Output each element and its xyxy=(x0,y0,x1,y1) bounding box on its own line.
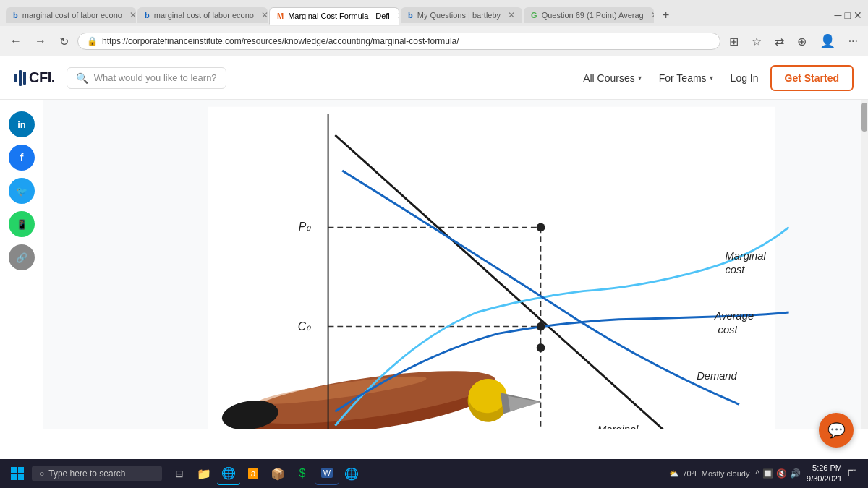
link-copy-button[interactable]: 🔗 xyxy=(9,244,35,270)
tab1-label: marginal cost of labor econo xyxy=(22,11,122,20)
clock[interactable]: 5:26 PM 9/30/2021 xyxy=(807,463,842,485)
tab3-favicon: M xyxy=(277,12,284,20)
tab1-favicon: b xyxy=(13,11,18,20)
tab3-label: Marginal Cost Formula - Defi xyxy=(288,12,390,20)
svg-text:cost: cost xyxy=(718,324,739,335)
network-icon[interactable]: 🔲 xyxy=(762,468,773,479)
marginal-cost-chart-label: Marginal xyxy=(725,250,766,262)
tab-3[interactable]: M Marginal Cost Formula - Defi ✕ xyxy=(269,7,399,25)
back-button[interactable]: ← xyxy=(6,32,26,51)
word-icon[interactable]: W xyxy=(315,462,339,485)
twitter-button[interactable]: 🐦 xyxy=(9,178,35,204)
svg-rect-21 xyxy=(11,467,17,473)
amazon-icon[interactable]: a xyxy=(242,462,265,485)
tab-5[interactable]: G Question 69 (1 Point) Averag ✕ xyxy=(524,7,654,23)
notification-button[interactable]: 🗔 xyxy=(848,468,856,479)
svg-point-15 xyxy=(537,223,545,232)
tab2-close[interactable]: ✕ xyxy=(261,10,268,20)
get-started-button[interactable]: Get Started xyxy=(770,65,854,91)
facebook-icon: f xyxy=(20,152,24,163)
taskbar-icons: ⊟ 📁 🌐 a 📦 $ W 🌐 xyxy=(168,462,363,485)
start-button[interactable] xyxy=(6,462,29,485)
for-teams-link[interactable]: For Teams ▾ xyxy=(659,72,713,84)
taskbar-search-icon: ○ xyxy=(39,468,44,479)
tab-2[interactable]: b marginal cost of labor econo ✕ xyxy=(137,7,268,23)
linkedin-button[interactable]: in xyxy=(9,111,35,137)
screen-cast-icon[interactable]: ⇄ xyxy=(770,32,788,51)
search-placeholder-text: What would you like to learn? xyxy=(94,72,217,83)
weather-icon: ⛅ xyxy=(669,469,679,479)
restore-button[interactable]: □ xyxy=(845,9,851,21)
task-view-icon[interactable]: ⊟ xyxy=(168,462,191,485)
clock-date: 9/30/2021 xyxy=(807,474,842,484)
tab5-close[interactable]: ✕ xyxy=(651,10,654,20)
more-options-icon[interactable]: ··· xyxy=(844,32,862,51)
volume-muted-icon[interactable]: 🔇 xyxy=(776,468,787,479)
weather-text: 70°F Mostly cloudy xyxy=(682,469,749,478)
linkedin-icon: in xyxy=(17,119,26,130)
for-teams-label: For Teams xyxy=(659,72,707,84)
browser2-icon[interactable]: 🌐 xyxy=(340,462,363,485)
user-account-icon[interactable]: 👤 xyxy=(815,30,840,52)
tab3-close[interactable]: ✕ xyxy=(397,11,399,21)
chat-button[interactable]: 💬 xyxy=(819,413,854,448)
cfi-navbar: CFI. 🔍 What would you like to learn? All… xyxy=(0,56,868,100)
tab4-favicon: b xyxy=(408,11,413,20)
average-cost-chart-label: Average xyxy=(714,310,754,322)
login-label: Log In xyxy=(731,72,759,84)
close-button[interactable]: ✕ xyxy=(854,9,862,21)
dropbox-icon[interactable]: 📦 xyxy=(266,462,289,485)
all-courses-link[interactable]: All Courses ▾ xyxy=(583,72,642,84)
scrollbar-thumb xyxy=(861,103,867,132)
weather-widget[interactable]: ⛅ 70°F Mostly cloudy xyxy=(669,469,749,479)
url-text: https://corporatefinanceinstitute.com/re… xyxy=(102,36,711,46)
speaker-icon[interactable]: 🔊 xyxy=(790,468,801,479)
tab5-label: Question 69 (1 Point) Averag xyxy=(542,11,644,20)
tab-4[interactable]: b My Questions | bartleby ✕ xyxy=(401,7,522,23)
minimize-button[interactable]: ─ xyxy=(835,9,842,21)
nav-links: All Courses ▾ For Teams ▾ xyxy=(583,72,712,84)
tab2-favicon: b xyxy=(145,11,150,20)
forward-button[interactable]: → xyxy=(30,32,51,51)
tab1-close[interactable]: ✕ xyxy=(129,10,136,20)
file-explorer-icon[interactable]: 📁 xyxy=(192,462,216,485)
new-tab-button[interactable]: + xyxy=(658,7,673,23)
bookmark-icon[interactable]: ☆ xyxy=(747,32,766,51)
economic-chart: P₀ C₀ Q₀ Marginal xyxy=(43,100,868,429)
article-area: P₀ C₀ Q₀ Marginal xyxy=(43,100,868,429)
system-tray-icons[interactable]: ^ xyxy=(755,468,760,479)
lock-icon: 🔒 xyxy=(87,36,98,46)
tab2-label: marginal cost of labor econo xyxy=(154,11,254,20)
taskbar-search-text: Type here to search xyxy=(48,468,125,479)
twitter-icon: 🐦 xyxy=(16,186,27,197)
tab-1[interactable]: b marginal cost of labor econo ✕ xyxy=(6,7,136,23)
taskbar: ○ Type here to search ⊟ 📁 🌐 a 📦 $ W 🌐 xyxy=(0,459,868,488)
taskbar-search[interactable]: ○ Type here to search xyxy=(32,466,162,481)
tab4-label: My Questions | bartleby xyxy=(417,11,501,20)
svg-text:cost: cost xyxy=(725,264,745,275)
main-content: in f 🐦 📱 🔗 xyxy=(0,100,868,429)
right-scrollbar[interactable] xyxy=(861,100,868,429)
whatsapp-button[interactable]: 📱 xyxy=(9,211,35,237)
logo-icon xyxy=(14,70,26,86)
all-courses-label: All Courses xyxy=(583,72,635,84)
edge-icon[interactable]: 🌐 xyxy=(217,462,240,485)
chat-icon: 💬 xyxy=(827,421,846,439)
marginal-revenue-chart-label: Marginal xyxy=(597,424,639,429)
tab5-favicon: G xyxy=(531,11,537,20)
profile-icon[interactable]: ⊞ xyxy=(725,32,743,51)
search-box[interactable]: 🔍 What would you like to learn? xyxy=(67,67,226,89)
for-teams-chevron: ▾ xyxy=(710,74,713,82)
login-link[interactable]: Log In xyxy=(731,72,759,84)
all-courses-chevron: ▾ xyxy=(638,74,642,82)
extension-icon[interactable]: ⊕ xyxy=(793,32,811,51)
reload-button[interactable]: ↻ xyxy=(55,32,73,51)
svg-point-17 xyxy=(537,343,545,352)
tab4-close[interactable]: ✕ xyxy=(508,10,515,20)
cashapp-icon[interactable]: $ xyxy=(291,462,314,485)
cfi-logo[interactable]: CFI. xyxy=(14,69,55,86)
system-tray: ^ 🔲 🔇 🔊 xyxy=(755,468,801,479)
facebook-button[interactable]: f xyxy=(9,145,35,171)
browser-controls: ← → ↻ 🔒 https://corporatefinanceinstitut… xyxy=(0,26,868,56)
address-bar[interactable]: 🔒 https://corporatefinanceinstitute.com/… xyxy=(77,33,720,50)
